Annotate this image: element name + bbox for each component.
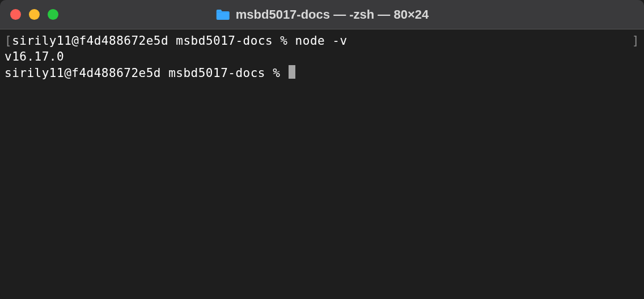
line1-left: [sirily11@f4d488672e5d msbd5017-docs % n…	[5, 33, 348, 49]
terminal-line-1: [sirily11@f4d488672e5d msbd5017-docs % n…	[5, 33, 639, 49]
terminal-body[interactable]: [sirily11@f4d488672e5d msbd5017-docs % n…	[0, 29, 644, 299]
right-bracket: ]	[632, 33, 639, 49]
terminal-line-2: v16.17.0	[5, 49, 639, 65]
titlebar[interactable]: msbd5017-docs — -zsh — 80×24	[0, 0, 644, 29]
left-bracket: [	[5, 34, 12, 48]
prompt-1: sirily11@f4d488672e5d msbd5017-docs %	[12, 34, 295, 48]
command-1: node -v	[295, 34, 348, 48]
minimize-button[interactable]	[29, 9, 40, 20]
terminal-line-3: sirily11@f4d488672e5d msbd5017-docs %	[5, 65, 639, 81]
terminal-window: msbd5017-docs — -zsh — 80×24 [sirily11@f…	[0, 0, 644, 299]
traffic-lights	[10, 9, 58, 20]
maximize-button[interactable]	[48, 9, 58, 20]
window-title: msbd5017-docs — -zsh — 80×24	[236, 7, 429, 22]
output-1: v16.17.0	[5, 49, 64, 65]
prompt-2: sirily11@f4d488672e5d msbd5017-docs %	[5, 65, 287, 81]
cursor	[289, 65, 295, 79]
close-button[interactable]	[10, 9, 21, 20]
folder-icon	[215, 8, 230, 21]
window-title-group: msbd5017-docs — -zsh — 80×24	[215, 7, 429, 22]
